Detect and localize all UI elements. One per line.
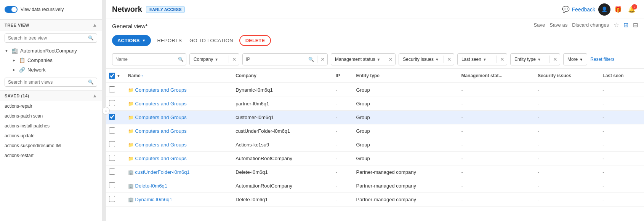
row-checkbox-0[interactable] [109,86,115,92]
save-as-button[interactable]: Save as [549,22,567,28]
row-checkbox-7[interactable] [109,182,115,188]
name-link-5[interactable]: Computers and Groups [135,156,187,161]
reset-filters-button[interactable]: Reset filters [590,57,614,62]
saved-item-3[interactable]: actions-update [0,131,102,141]
ip-filter-input[interactable] [243,57,306,62]
row-checkbox-8[interactable] [109,196,115,202]
saved-item-2[interactable]: actions-install patches [0,121,102,131]
delete-button[interactable]: DELETE [239,35,271,46]
recursive-toggle[interactable] [5,6,18,13]
last-seen-cell: - [598,124,644,138]
name-link-0[interactable]: Computers and Groups [135,87,187,93]
row-checkbox-6[interactable] [109,169,115,175]
reports-button[interactable]: REPORTS [155,35,183,46]
row-icon-6: 🏢 [128,170,134,175]
saved-collapse-icon[interactable]: ▲ [92,93,97,99]
name-link-6[interactable]: custUnderFolder-l0m6q1 [135,169,190,175]
feedback-label: Feedback [572,6,595,13]
company-filter-dropdown[interactable]: Company ▼ [190,57,228,62]
company-filter-clear[interactable]: ✕ [230,56,239,62]
saved-item-0[interactable]: actions-repair [0,101,102,111]
col-header-security-issues[interactable]: Security issues [533,69,598,83]
name-cell: 🏢 Dynamic-l0m6q1 [123,193,231,207]
last-seen-clear[interactable]: ✕ [498,56,507,62]
subtitle-right: Save Save as Discard changes ☆ ⊞ ⊟ [534,21,638,31]
security-divider [444,56,444,63]
name-col-label: Name [128,73,141,78]
col-header-ip[interactable]: IP [331,69,352,83]
save-button[interactable]: Save [534,22,545,28]
feedback-icon: 💬 [562,6,570,13]
bell-icon: 🎁 [614,6,622,13]
entity-type-dropdown[interactable]: Entity type ▼ [511,57,549,62]
management-status-clear[interactable]: ✕ [386,56,395,62]
sidebar-collapse-button[interactable]: ‹ [102,107,110,114]
name-link-2[interactable]: Computers and Groups [135,114,187,120]
row-checkbox-4[interactable] [109,141,115,147]
management-status-filter: Management status ▼ ✕ [331,53,396,65]
row-checkbox-1[interactable] [109,100,115,106]
row-checkbox-cell [106,179,123,193]
security-issues-clear[interactable]: ✕ [445,56,454,62]
row-checkbox-5[interactable] [109,155,115,161]
tree-item-network[interactable]: ► 🔗 Network [8,65,102,75]
row-checkbox-3[interactable] [109,127,115,134]
saved-item-4[interactable]: actions-suspend/resume IM [0,141,102,151]
tree-search-input[interactable] [8,35,88,41]
name-link-4[interactable]: Computers and Groups [135,142,187,148]
user-icon-btn[interactable]: 👤 [598,3,610,16]
name-filter-input[interactable] [112,57,176,62]
notification-icon-btn[interactable]: 🔔 2 [626,3,638,16]
smart-search-input[interactable] [8,79,88,85]
root-folder-icon: 🏢 [11,48,18,54]
row-checkbox-2[interactable] [109,114,115,120]
saved-list: actions-repair actions-patch scan action… [0,101,102,161]
companies-chevron-icon: ► [12,58,17,62]
tree-search-box[interactable]: 🔍 [5,33,97,43]
col-header-name[interactable]: Name ↑ [123,69,231,83]
ip-filter-clear[interactable]: ✕ [318,56,327,62]
col-header-entity-type[interactable]: Entity type [352,69,457,83]
discard-button[interactable]: Discard changes [572,22,609,28]
last-seen-dropdown[interactable]: Last seen ▼ [458,57,496,62]
entity-type-cell: Group [352,83,457,97]
security-issues-label: Security issues [403,57,434,62]
notification-count: 2 [632,4,637,10]
smart-search-box[interactable]: 🔍 [5,78,97,87]
last-seen-divider [497,56,497,63]
name-link-8[interactable]: Dynamic-l0m6q1 [135,197,173,202]
col-header-last-seen[interactable]: Last seen [598,69,644,83]
entity-type-clear[interactable]: ✕ [551,56,560,62]
last-seen-cell: - [598,138,644,152]
saved-item-5[interactable]: actions-restart [0,151,102,161]
last-seen-cell: - [598,193,644,207]
saved-item-1[interactable]: actions-patch scan [0,111,102,121]
col-header-management-status[interactable]: Management stat... [457,69,533,83]
star-icon[interactable]: ☆ [614,21,619,29]
security-issues-dropdown[interactable]: Security issues ▼ [399,57,443,62]
network-chevron-icon: ► [12,68,17,72]
entity-type-label: Entity type [514,57,536,62]
bell-icon-btn[interactable]: 🎁 [612,3,624,16]
tree-view-collapse-icon[interactable]: ▲ [92,22,97,28]
name-link-7[interactable]: Delete-l0m6q1 [135,183,168,189]
col-header-company[interactable]: Company [231,69,331,83]
tree-item-root[interactable]: ▼ 🏢 AutomationRootCompany [0,46,102,56]
go-to-location-button[interactable]: GO TO LOCATION [188,35,235,46]
view-name: General view* [112,23,147,29]
name-link-1[interactable]: Computers and Groups [135,101,187,107]
select-all-checkbox[interactable] [109,73,115,79]
company-cell: AutomationRootCompany [231,152,331,165]
name-link-3[interactable]: Computers and Groups [135,128,187,134]
row-checkbox-cell [106,152,123,165]
tree-item-companies[interactable]: ► 📋 Companies [8,56,102,65]
feedback-button[interactable]: 💬 Feedback [562,6,595,13]
more-filters-button[interactable]: More ▼ [563,53,587,65]
company-col-label: Company [235,73,256,78]
settings-icon[interactable]: ⊟ [633,21,638,29]
row-options-icon[interactable]: ▼ [117,74,120,78]
management-status-cell: - [457,193,533,207]
management-status-dropdown[interactable]: Management status ▼ [331,57,384,62]
filter-icon[interactable]: ⊞ [623,21,628,29]
actions-button[interactable]: ACTIONS ▼ [112,35,151,46]
